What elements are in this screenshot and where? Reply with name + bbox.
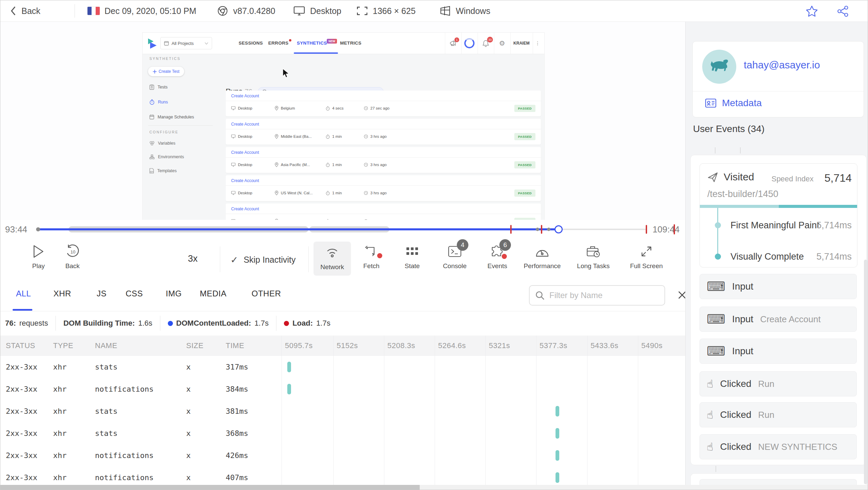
visited-event-card[interactable]: Visited Speed Index 5,714 /test-builder/… [700, 163, 857, 267]
run-name-link[interactable]: Create Account [226, 119, 541, 129]
event-marker[interactable] [547, 228, 550, 231]
player-controls: Play 10 Back 3x ✓ Skip Inactivity Networ… [0, 239, 685, 280]
run-card[interactable]: Create Account Desktop Canada (Central..… [226, 203, 541, 220]
events-count-badge: 6 [499, 239, 511, 251]
plus-icon [153, 70, 157, 74]
col-name[interactable]: NAME [95, 336, 117, 356]
tab-all[interactable]: ALL [14, 289, 33, 299]
run-card[interactable]: Create Account Desktop Asia Pacific (M..… [226, 147, 541, 173]
horizontal-scrollbar-thumb[interactable] [0, 485, 420, 490]
request-row[interactable]: 2xx-3xx xhr stats x 368ms [0, 422, 685, 444]
event-card-input[interactable]: ⌨ Input Create Account [700, 307, 857, 332]
run-name-link[interactable]: Create Account [226, 91, 541, 101]
run-name-link[interactable]: Create Account [226, 147, 541, 157]
tab-errors[interactable]: ERRORS [268, 33, 289, 54]
dom-content-loaded: DOMContentLoaded:1.7s [160, 316, 276, 331]
sidebar-item-runs[interactable]: Runs [149, 99, 168, 105]
event-card-clicked[interactable]: ☝ Clicked NEW SYNTHETICS [700, 434, 857, 459]
skip-inactivity-toggle[interactable]: ✓ Skip Inactivity [230, 255, 295, 265]
filter-box[interactable] [529, 285, 665, 306]
monitor-icon [231, 191, 236, 195]
browser-version: v87.0.4280 [233, 6, 275, 16]
event-card-clicked[interactable]: ☝ Clicked Run [700, 402, 857, 427]
timeline-track[interactable] [38, 220, 647, 239]
sidebar-item-environments[interactable]: Environments [149, 154, 184, 159]
back-10s-button[interactable]: 10 Back [59, 244, 86, 270]
user-menu[interactable]: KRAIEM [510, 33, 533, 54]
request-row[interactable]: 2xx-3xx xhr stats x 317ms [0, 356, 685, 378]
topbar-divider [75, 4, 75, 18]
timeline-scrubber[interactable] [554, 225, 563, 233]
more-menu-button[interactable]: ⋮ [533, 33, 543, 54]
event-card-clicked[interactable]: ☝ Clicked Run [700, 371, 857, 396]
run-name-link[interactable]: Create Account [226, 203, 541, 214]
sidebar-item-tests[interactable]: Tests [149, 84, 167, 90]
favorite-star-button[interactable] [806, 5, 818, 17]
time-col: 5490s [641, 336, 662, 356]
tab-sessions[interactable]: SESSIONS [239, 33, 263, 54]
fetch-panel-button[interactable]: Fetch [354, 244, 388, 270]
col-time[interactable]: TIME [226, 336, 244, 356]
run-name-link[interactable]: Create Account [226, 175, 541, 185]
request-row[interactable]: 2xx-3xx xhr notifications x 384ms [0, 378, 685, 400]
long-tasks-panel-button[interactable]: Long Tasks [569, 244, 617, 270]
gear-icon: ⚙ [499, 39, 505, 47]
error-marker[interactable] [510, 225, 512, 234]
tab-img[interactable]: IMG [164, 289, 184, 299]
user-email[interactable]: tahay@asayer.io [744, 59, 820, 71]
full-screen-button[interactable]: Full Screen [623, 244, 670, 270]
events-panel-button[interactable]: 6 Events [479, 244, 516, 270]
col-status[interactable]: STATUS [6, 336, 35, 356]
network-panel-button[interactable]: Network [314, 242, 351, 276]
request-row[interactable]: 2xx-3xx xhr stats x 381ms [0, 400, 685, 422]
dcl-dot-icon [168, 321, 173, 326]
tab-css[interactable]: CSS [124, 289, 145, 299]
notifications-button[interactable]: 33 [478, 33, 494, 54]
error-marker[interactable] [646, 225, 647, 234]
fetch-activity-dot [377, 253, 382, 258]
event-card-input[interactable]: ⌨ Input [700, 339, 857, 364]
settings-button[interactable]: ⚙ [494, 33, 510, 54]
metadata-button[interactable]: Metadata [703, 97, 764, 109]
tab-media[interactable]: MEDIA [198, 289, 229, 299]
sidebar-item-variables[interactable]: Variables [149, 141, 175, 146]
filter-input[interactable] [549, 290, 659, 300]
resolution-label: 1366 × 625 [373, 6, 416, 16]
state-panel-button[interactable]: State [395, 244, 429, 270]
project-selector[interactable]: All Projects [160, 37, 212, 49]
template-file-icon [149, 168, 154, 174]
col-size[interactable]: SIZE [186, 336, 204, 356]
tab-metrics[interactable]: METRICS [340, 33, 361, 54]
event-marker[interactable] [536, 228, 539, 231]
play-button[interactable]: Play [25, 244, 52, 270]
sidebar-scrollbar[interactable] [864, 260, 867, 484]
tab-other[interactable]: OTHER [250, 289, 283, 299]
tab-synthetics[interactable]: SYNTHETICS [297, 33, 327, 54]
share-button[interactable] [837, 5, 849, 17]
announcements-button[interactable]: 1 [445, 33, 461, 54]
tab-xhr[interactable]: XHR [51, 289, 73, 299]
error-marker[interactable] [541, 225, 542, 234]
status-badge: PASSED [514, 190, 535, 197]
run-card[interactable]: Create Account Desktop Belgium 4 secs 27… [226, 91, 541, 116]
window-icon [164, 41, 169, 46]
time-col: 5095.7s [285, 336, 313, 356]
run-card[interactable]: Create Account Desktop US West (N. Cal..… [226, 175, 541, 201]
request-row[interactable]: 2xx-3xx xhr notifications x 426ms [0, 444, 685, 467]
create-test-button[interactable]: Create Test [148, 67, 184, 76]
back-button[interactable]: Back [10, 0, 41, 21]
run-card[interactable]: Create Account Desktop Middle East (Ba..… [226, 119, 541, 145]
horizontal-scrollbar[interactable] [0, 485, 868, 490]
speed-button[interactable]: 3x [186, 253, 200, 264]
tab-js[interactable]: JS [95, 289, 109, 299]
user-events-panel: Visited Speed Index 5,714 /test-builder/… [690, 155, 867, 465]
col-type[interactable]: TYPE [53, 336, 73, 356]
request-timing-bar [287, 362, 291, 372]
sidebar-item-templates[interactable]: Templates [149, 168, 177, 174]
windows-icon [439, 5, 451, 16]
performance-panel-button[interactable]: Performance [518, 244, 566, 270]
console-panel-button[interactable]: 4 Console [436, 244, 473, 270]
event-card-input[interactable]: ⌨ Input [700, 274, 857, 299]
sidebar-item-schedules[interactable]: Manage Schedules [149, 114, 194, 119]
timeline-start-dot [36, 227, 40, 231]
